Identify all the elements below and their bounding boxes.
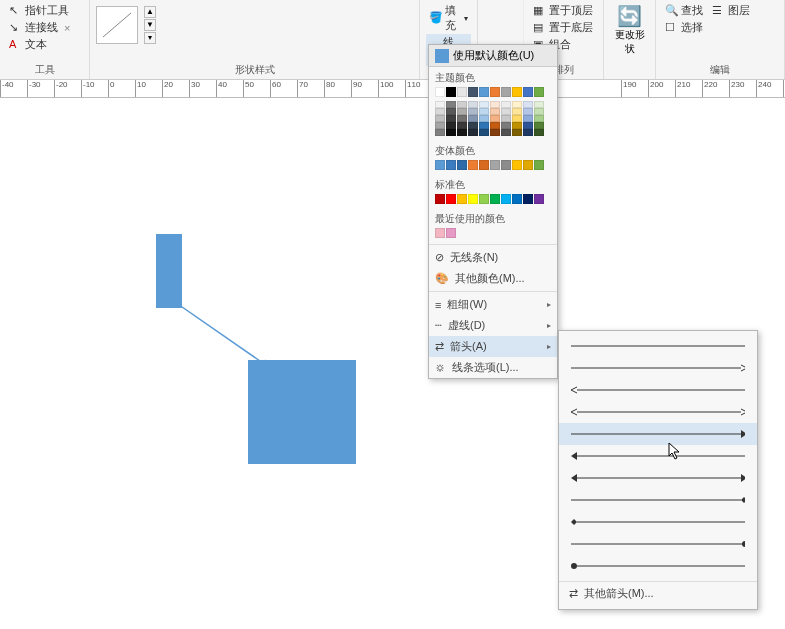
color-swatch[interactable] xyxy=(479,129,489,136)
color-swatch[interactable] xyxy=(479,194,489,204)
arrow-style-diamond-right[interactable] xyxy=(559,489,757,511)
color-swatch[interactable] xyxy=(457,122,467,129)
color-swatch[interactable] xyxy=(468,87,478,97)
gallery-down-button[interactable]: ▼ xyxy=(144,19,156,31)
more-arrows-item[interactable]: ⇄其他箭头(M)... xyxy=(559,581,757,605)
color-swatch[interactable] xyxy=(479,160,489,170)
color-swatch[interactable] xyxy=(457,87,467,97)
color-swatch[interactable] xyxy=(490,122,500,129)
color-swatch[interactable] xyxy=(435,122,445,129)
color-swatch[interactable] xyxy=(479,115,489,122)
color-swatch[interactable] xyxy=(501,160,511,170)
color-swatch[interactable] xyxy=(501,115,511,122)
color-swatch[interactable] xyxy=(534,108,544,115)
color-swatch[interactable] xyxy=(523,160,533,170)
color-swatch[interactable] xyxy=(446,87,456,97)
send-back-button[interactable]: ▤置于底层 xyxy=(530,19,596,36)
arrow-style-right[interactable] xyxy=(559,357,757,379)
fill-button[interactable]: 🪣填充▾ xyxy=(426,2,471,34)
color-swatch[interactable] xyxy=(490,101,500,108)
color-swatch[interactable] xyxy=(468,108,478,115)
color-swatch[interactable] xyxy=(435,115,445,122)
color-swatch[interactable] xyxy=(446,228,456,238)
color-swatch[interactable] xyxy=(446,129,456,136)
color-swatch[interactable] xyxy=(468,129,478,136)
select-button[interactable]: ☐选择 xyxy=(662,19,706,36)
dashes-item[interactable]: ┄虚线(D)▸ xyxy=(429,315,557,336)
color-swatch[interactable] xyxy=(446,115,456,122)
color-swatch[interactable] xyxy=(479,87,489,97)
color-swatch[interactable] xyxy=(534,115,544,122)
color-swatch[interactable] xyxy=(479,101,489,108)
gallery-more-button[interactable]: ▾ xyxy=(144,32,156,44)
color-swatch[interactable] xyxy=(501,108,511,115)
color-swatch[interactable] xyxy=(523,115,533,122)
color-swatch[interactable] xyxy=(435,101,445,108)
arrow-style-both-filled[interactable] xyxy=(559,467,757,489)
arrow-style-none[interactable] xyxy=(559,335,757,357)
color-swatch[interactable] xyxy=(457,115,467,122)
color-swatch[interactable] xyxy=(435,108,445,115)
color-swatch[interactable] xyxy=(490,108,500,115)
color-swatch[interactable] xyxy=(523,87,533,97)
line-options-item[interactable]: ⛭线条选项(L)... xyxy=(429,357,557,378)
color-swatch[interactable] xyxy=(512,129,522,136)
color-swatch[interactable] xyxy=(479,122,489,129)
arrow-style-left[interactable] xyxy=(559,379,757,401)
find-button[interactable]: 🔍查找 xyxy=(662,2,706,19)
color-swatch[interactable] xyxy=(512,115,522,122)
color-swatch[interactable] xyxy=(435,87,445,97)
layer-button[interactable]: ☰图层 xyxy=(709,2,753,19)
weight-item[interactable]: ≡粗细(W)▸ xyxy=(429,294,557,315)
color-swatch[interactable] xyxy=(523,122,533,129)
arrows-item[interactable]: ⇄箭头(A)▸ xyxy=(429,336,557,357)
arrow-style-circle-right[interactable] xyxy=(559,533,757,555)
color-swatch[interactable] xyxy=(446,108,456,115)
color-swatch[interactable] xyxy=(512,160,522,170)
color-swatch[interactable] xyxy=(490,115,500,122)
color-swatch[interactable] xyxy=(534,129,544,136)
color-swatch[interactable] xyxy=(446,194,456,204)
shape-small-rect[interactable] xyxy=(156,234,182,308)
color-swatch[interactable] xyxy=(435,129,445,136)
arrow-style-left-filled[interactable] xyxy=(559,445,757,467)
use-default-color-item[interactable]: 使用默认颜色(U) xyxy=(429,45,557,67)
color-swatch[interactable] xyxy=(534,122,544,129)
color-swatch[interactable] xyxy=(534,87,544,97)
color-swatch[interactable] xyxy=(534,194,544,204)
color-swatch[interactable] xyxy=(512,87,522,97)
gallery-up-button[interactable]: ▲ xyxy=(144,6,156,18)
arrow-style-diamond-left[interactable] xyxy=(559,511,757,533)
arrow-style-right-filled[interactable] xyxy=(559,423,757,445)
more-colors-item[interactable]: 🎨其他颜色(M)... xyxy=(429,268,557,289)
connector-line[interactable] xyxy=(170,298,280,378)
color-swatch[interactable] xyxy=(468,101,478,108)
color-swatch[interactable] xyxy=(479,108,489,115)
pointer-tool-button[interactable]: ↖指针工具 xyxy=(6,2,72,19)
color-swatch[interactable] xyxy=(435,160,445,170)
connector-tool-button[interactable]: ↘连接线 × xyxy=(6,19,73,36)
arrow-style-circle-left[interactable] xyxy=(559,555,757,577)
color-swatch[interactable] xyxy=(512,194,522,204)
color-swatch[interactable] xyxy=(490,160,500,170)
color-swatch[interactable] xyxy=(490,129,500,136)
color-swatch[interactable] xyxy=(523,129,533,136)
color-swatch[interactable] xyxy=(490,87,500,97)
color-swatch[interactable] xyxy=(446,122,456,129)
color-swatch[interactable] xyxy=(457,194,467,204)
color-swatch[interactable] xyxy=(523,101,533,108)
color-swatch[interactable] xyxy=(501,87,511,97)
text-tool-button[interactable]: A文本 xyxy=(6,36,50,53)
color-swatch[interactable] xyxy=(468,115,478,122)
color-swatch[interactable] xyxy=(446,101,456,108)
style-gallery[interactable] xyxy=(96,6,138,44)
color-swatch[interactable] xyxy=(457,129,467,136)
color-swatch[interactable] xyxy=(435,194,445,204)
color-swatch[interactable] xyxy=(534,160,544,170)
color-swatch[interactable] xyxy=(446,160,456,170)
color-swatch[interactable] xyxy=(501,194,511,204)
color-swatch[interactable] xyxy=(490,194,500,204)
color-swatch[interactable] xyxy=(457,108,467,115)
color-swatch[interactable] xyxy=(512,122,522,129)
color-swatch[interactable] xyxy=(512,108,522,115)
